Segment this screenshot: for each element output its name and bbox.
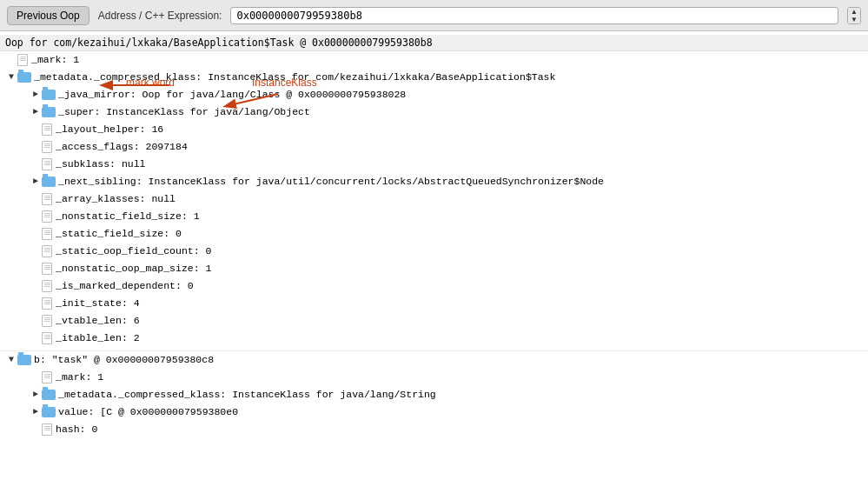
toolbar: Previous Oop Address / C++ Expression: ▲…: [0, 0, 868, 31]
folder-icon: [42, 107, 56, 117]
folder-icon: [42, 90, 56, 100]
tree-toggle[interactable]: ►: [30, 104, 42, 120]
folder-icon: [17, 355, 31, 365]
tree-row[interactable]: _mark: 1: [0, 51, 868, 69]
doc-icon: [42, 280, 52, 292]
stepper-down[interactable]: ▼: [848, 16, 860, 23]
tree-row[interactable]: ▼_metadata._compressed_klass: InstanceKl…: [0, 69, 868, 86]
doc-icon: [42, 332, 52, 344]
tree-row-text: _static_field_size: 0: [56, 226, 182, 242]
tree-toggle[interactable]: ►: [30, 387, 42, 403]
tree-row-text: _nonstatic_field_size: 1: [56, 209, 200, 224]
tree-row-text: _metadata._compressed_klass: InstanceKla…: [58, 387, 436, 403]
tree-row[interactable]: ►value: [C @ 0x00000007959380e0: [0, 403, 868, 421]
tree-row[interactable]: ►_java_mirror: Oop for java/lang/Class @…: [0, 86, 868, 103]
doc-icon: [42, 423, 52, 436]
tree-row-text: value: [C @ 0x00000007959380e0: [58, 404, 238, 420]
folder-icon: [17, 72, 31, 83]
tree-toggle[interactable]: ►: [30, 87, 42, 103]
tree-row[interactable]: _static_oop_field_count: 0: [0, 243, 868, 260]
tree-row-text: _itable_len: 2: [56, 330, 140, 346]
tree-row-text: b: "task" @ 0x00000007959380c8: [34, 352, 214, 368]
tree-row[interactable]: ►_super: InstanceKlass for java/lang/Obj…: [0, 103, 868, 121]
oop-header-text: Oop for com/kezaihui/lxkaka/BaseApplicat…: [5, 37, 433, 49]
tree-row-text: _nonstatic_oop_map_size: 1: [56, 261, 211, 277]
address-label: Address / C++ Expression:: [98, 10, 222, 22]
tree-row[interactable]: _layout_helper: 16: [0, 121, 868, 138]
tree-row-text: _is_marked_dependent: 0: [56, 278, 194, 294]
tree-row[interactable]: _mark: 1: [0, 369, 868, 386]
tree-row-text: _metadata._compressed_klass: InstanceKla…: [34, 70, 555, 85]
tree-row[interactable]: _is_marked_dependent: 0: [0, 277, 868, 295]
tree-row-text: _super: InstanceKlass for java/lang/Obje…: [58, 104, 310, 120]
tree-row[interactable]: ►_next_sibling: InstanceKlass for java/u…: [0, 173, 868, 190]
tree-row-text: _vtable_len: 6: [56, 313, 140, 329]
tree-row-text: _init_state: 4: [56, 296, 140, 311]
doc-icon: [42, 263, 52, 275]
doc-icon: [42, 371, 52, 383]
folder-icon: [42, 407, 56, 417]
doc-icon: [42, 245, 52, 257]
tree-row[interactable]: _access_flags: 2097184: [0, 138, 868, 156]
tree-row[interactable]: _nonstatic_oop_map_size: 1: [0, 260, 868, 277]
tree-toggle[interactable]: ►: [30, 174, 42, 190]
tree-row[interactable]: _subklass: null: [0, 156, 868, 173]
tree-toggle[interactable]: ►: [30, 404, 42, 420]
doc-icon: [42, 158, 52, 170]
stepper-up[interactable]: ▲: [848, 8, 860, 16]
tree-row-text: _next_sibling: InstanceKlass for java/ut…: [58, 174, 604, 190]
tree-row-text: _subklass: null: [56, 157, 146, 172]
tree-row-text: _java_mirror: Oop for java/lang/Class @ …: [58, 87, 406, 103]
doc-icon: [42, 123, 52, 136]
tree-row-text: _mark: 1: [56, 370, 103, 385]
tree-row[interactable]: _static_field_size: 0: [0, 225, 868, 243]
tree-row[interactable]: hash: 0: [0, 421, 868, 438]
address-input[interactable]: [230, 7, 838, 24]
tree-row-text: _array_klasses: null: [56, 191, 176, 207]
tree-row-text: _layout_helper: 16: [56, 122, 163, 137]
folder-icon: [42, 390, 56, 400]
tree-row[interactable]: ►_metadata._compressed_klass: InstanceKl…: [0, 386, 868, 403]
doc-icon: [42, 193, 52, 205]
tree-toggle[interactable]: ▼: [5, 352, 17, 368]
tree-row[interactable]: ▼b: "task" @ 0x00000007959380c8: [0, 350, 868, 369]
oop-header: Oop for com/kezaihui/lxkaka/BaseApplicat…: [0, 35, 868, 51]
folder-icon: [42, 177, 56, 187]
tree-row[interactable]: _init_state: 4: [0, 295, 868, 312]
doc-icon: [42, 297, 52, 310]
doc-icon: [42, 315, 52, 327]
main-content: Oop for com/kezaihui/lxkaka/BaseApplicat…: [0, 31, 868, 480]
tree-row[interactable]: _nonstatic_field_size: 1: [0, 208, 868, 225]
tree-row-text: _static_oop_field_count: 0: [56, 243, 211, 259]
tree-row[interactable]: _itable_len: 2: [0, 330, 868, 347]
tree-row[interactable]: _array_klasses: null: [0, 190, 868, 208]
tree-toggle[interactable]: ▼: [5, 70, 17, 85]
doc-icon: [42, 228, 52, 240]
tree-row-text: _access_flags: 2097184: [56, 139, 188, 155]
tree-container: _mark: 1▼_metadata._compressed_klass: In…: [0, 51, 868, 438]
doc-icon: [42, 210, 52, 223]
doc-icon: [42, 141, 52, 153]
tree-row-text: hash: 0: [56, 422, 97, 437]
tree-row[interactable]: _vtable_len: 6: [0, 312, 868, 330]
previous-oop-button[interactable]: Previous Oop: [7, 6, 89, 25]
address-stepper[interactable]: ▲ ▼: [847, 7, 861, 24]
tree-row-text: _mark: 1: [31, 52, 79, 68]
doc-icon: [17, 54, 28, 66]
